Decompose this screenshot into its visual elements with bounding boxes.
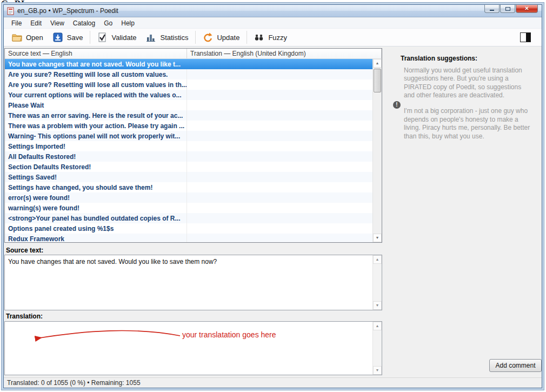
- scroll-down-icon[interactable]: ▼: [373, 366, 382, 375]
- update-button[interactable]: Update: [198, 30, 244, 44]
- source-cell: Your current options will be replaced wi…: [5, 90, 187, 100]
- translation-cell: [187, 131, 372, 141]
- open-label: Open: [26, 34, 43, 42]
- toolbar-separator: [247, 31, 247, 44]
- minimize-button[interactable]: [484, 5, 500, 13]
- source-cell: warning(s) were found!: [5, 203, 187, 213]
- translation-cell: [187, 100, 372, 110]
- maximize-button[interactable]: [500, 5, 515, 13]
- translation-cell: [187, 162, 372, 172]
- list-item[interactable]: Are you sure? Resetting will lose all cu…: [5, 69, 372, 79]
- source-cell: Section Defaults Restored!: [5, 162, 187, 172]
- translation-scrollbar[interactable]: ▲ ▼: [372, 322, 382, 375]
- save-icon: [53, 32, 64, 42]
- translation-input[interactable]: your translatation goes here ▲ ▼: [4, 321, 382, 375]
- source-cell: Settings Saved!: [5, 172, 187, 182]
- source-cell: Are you sure? Resetting will lose all cu…: [5, 69, 187, 79]
- column-header-translation[interactable]: Translation — English (United Kingdom): [187, 49, 382, 58]
- list-rows: You have changes that are not saved. Wou…: [5, 59, 372, 242]
- translation-cell: [187, 234, 372, 242]
- translation-cell: [187, 69, 372, 79]
- list-item[interactable]: Please Wait: [5, 100, 372, 110]
- scroll-up-icon[interactable]: ▲: [373, 322, 382, 330]
- scroll-up-icon[interactable]: ▲: [373, 255, 382, 264]
- sidebar-toggle-icon[interactable]: [520, 32, 531, 42]
- menu-item-file[interactable]: File: [7, 18, 26, 28]
- title-bar[interactable]: en_GB.po • WP_Spectrum - Poedit ✕: [4, 5, 542, 17]
- translation-cell: [187, 79, 372, 90]
- list-item[interactable]: Section Defaults Restored!: [5, 162, 372, 172]
- suggestions-paragraph-1: Normally you would get useful translatio…: [404, 67, 532, 99]
- update-icon: [203, 32, 214, 42]
- column-header-source[interactable]: Source text — English: [5, 49, 187, 58]
- translation-cell: [187, 141, 372, 151]
- scroll-down-icon[interactable]: ▼: [373, 301, 382, 310]
- list-item[interactable]: Settings Imported!: [5, 141, 372, 151]
- source-scrollbar[interactable]: ▲ ▼: [372, 255, 382, 310]
- suggestions-sidebar: Translation suggestions: Normally you wo…: [384, 48, 542, 377]
- list-item[interactable]: Options panel created using %1$s: [5, 223, 372, 234]
- source-text-label: Source text:: [6, 247, 43, 254]
- open-button[interactable]: Open: [7, 30, 48, 44]
- source-text-value: You have changes that are not saved. Wou…: [5, 255, 382, 265]
- close-icon: ✕: [524, 6, 529, 11]
- maximize-icon: [505, 7, 510, 11]
- menu-item-edit[interactable]: Edit: [26, 18, 46, 28]
- annotation-text: your translatation goes here: [182, 330, 276, 339]
- save-button[interactable]: Save: [48, 30, 88, 44]
- statistics-label: Statistics: [160, 34, 188, 42]
- statistics-button[interactable]: Statistics: [141, 30, 193, 44]
- list-item[interactable]: Are you sure? Resetting will lose all cu…: [5, 79, 372, 90]
- translation-cell: [187, 182, 372, 192]
- list-header: Source text — English Translation — Engl…: [5, 49, 382, 59]
- list-item[interactable]: There was a problem with your action. Pl…: [5, 121, 372, 131]
- poedit-window: en_GB.po • WP_Spectrum - Poedit ✕ FileEd…: [3, 4, 542, 388]
- translation-entries-list: Source text — English Translation — Engl…: [4, 48, 382, 243]
- close-button[interactable]: ✕: [516, 5, 538, 13]
- save-label: Save: [67, 34, 83, 42]
- translation-cell: [187, 110, 372, 121]
- list-item[interactable]: <strong>Your panel has bundled outdated …: [5, 213, 372, 223]
- source-cell: Warning- This options panel will not wor…: [5, 131, 187, 141]
- source-cell: Settings have changed, you should save t…: [5, 182, 187, 192]
- validate-label: Validate: [111, 34, 136, 42]
- background-text-fragment: GnBL: [1, 0, 28, 4]
- window-title: en_GB.po • WP_Spectrum - Poedit: [17, 7, 118, 15]
- validate-button[interactable]: Validate: [92, 30, 141, 44]
- toolbar: Open Save Validate: [4, 29, 542, 46]
- window-controls: ✕: [484, 5, 538, 13]
- menu-item-catalog[interactable]: Catalog: [69, 18, 99, 28]
- scrollbar-thumb[interactable]: [374, 69, 381, 92]
- scroll-up-icon[interactable]: ▲: [373, 59, 382, 68]
- toolbar-separator: [90, 31, 90, 44]
- statistics-icon: [146, 32, 157, 42]
- translation-cell: [187, 59, 372, 69]
- fuzzy-button[interactable]: Fuzzy: [249, 30, 292, 44]
- menu-item-help[interactable]: Help: [117, 18, 139, 28]
- translation-cell: [187, 172, 372, 182]
- update-label: Update: [217, 34, 239, 42]
- validate-icon: [97, 32, 108, 42]
- list-item[interactable]: You have changes that are not saved. Wou…: [5, 59, 372, 69]
- list-item[interactable]: All Defaults Restored!: [5, 151, 372, 162]
- list-item[interactable]: Warning- This options panel will not wor…: [5, 131, 372, 141]
- minimize-icon: [490, 10, 494, 11]
- translation-cell: [187, 151, 372, 162]
- scroll-down-icon[interactable]: ▼: [373, 234, 382, 242]
- menu-item-view[interactable]: View: [46, 18, 69, 28]
- suggestions-paragraph-2: I'm not a big corporation - just one guy…: [404, 107, 532, 140]
- list-item[interactable]: Settings have changed, you should save t…: [5, 182, 372, 192]
- source-cell: Options panel created using %1$s: [5, 223, 187, 234]
- list-item[interactable]: error(s) were found!: [5, 192, 372, 203]
- list-item[interactable]: There was an error saving. Here is the r…: [5, 110, 372, 121]
- list-scrollbar[interactable]: ▲ ▼: [372, 59, 382, 242]
- list-item[interactable]: Redux Framework: [5, 234, 372, 242]
- add-comment-button[interactable]: Add comment: [489, 359, 542, 372]
- source-cell: There was a problem with your action. Pl…: [5, 121, 187, 131]
- source-text-area: You have changes that are not saved. Wou…: [4, 255, 382, 310]
- list-item[interactable]: warning(s) were found!: [5, 203, 372, 213]
- source-cell: <strong>Your panel has bundled outdated …: [5, 213, 187, 223]
- list-item[interactable]: Your current options will be replaced wi…: [5, 90, 372, 100]
- menu-item-go[interactable]: Go: [99, 18, 117, 28]
- list-item[interactable]: Settings Saved!: [5, 172, 372, 182]
